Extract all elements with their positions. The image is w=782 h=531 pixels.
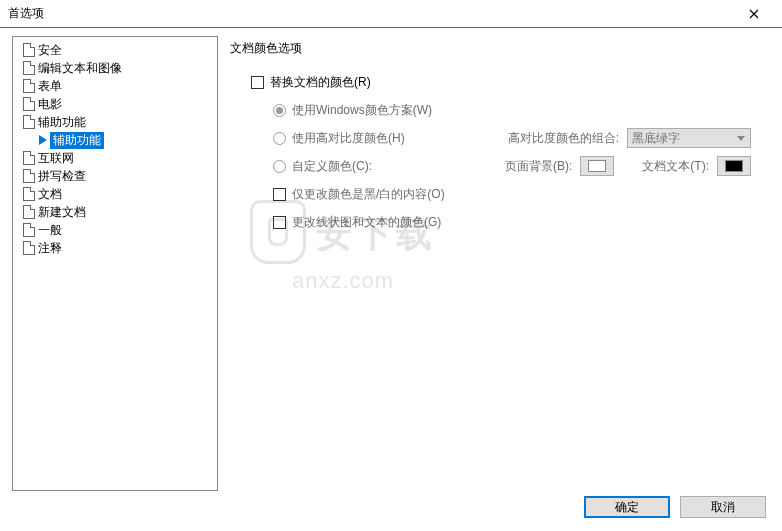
page-icon [23, 169, 35, 183]
replace-colors-row: 替换文档的颜色(R) [251, 70, 751, 94]
page-icon [23, 97, 35, 111]
page-bg-label: 页面背景(B): [505, 158, 572, 175]
sidebar-item-movies[interactable]: 电影 [15, 95, 215, 113]
page-icon [23, 43, 35, 57]
sidebar-item-edit-text-image[interactable]: 编辑文本和图像 [15, 59, 215, 77]
sidebar-item-label: 编辑文本和图像 [38, 60, 122, 77]
sidebar-item-label: 辅助功能 [38, 114, 86, 131]
sidebar-item-security[interactable]: 安全 [15, 41, 215, 59]
only-bw-checkbox[interactable] [273, 188, 286, 201]
sidebar-item-internet[interactable]: 互联网 [15, 149, 215, 167]
content-area: 安全 编辑文本和图像 表单 电影 辅助功能 辅助功能 互联网 拼写检查 文档 新… [0, 28, 782, 491]
windows-scheme-row: 使用Windows颜色方案(W) [251, 98, 751, 122]
sidebar-item-label: 安全 [38, 42, 62, 59]
page-icon [23, 223, 35, 237]
doc-text-swatch[interactable] [717, 156, 751, 176]
sidebar-item-spellcheck[interactable]: 拼写检查 [15, 167, 215, 185]
titlebar: 首选项 [0, 0, 782, 28]
high-contrast-radio[interactable] [273, 132, 286, 145]
group-title: 文档颜色选项 [230, 40, 762, 57]
document-color-options: 替换文档的颜色(R) 使用Windows颜色方案(W) 使用高对比度颜色(H) … [230, 65, 762, 249]
category-tree: 安全 编辑文本和图像 表单 电影 辅助功能 辅助功能 互联网 拼写检查 文档 新… [12, 36, 218, 491]
replace-colors-checkbox[interactable] [251, 76, 264, 89]
high-contrast-combo[interactable]: 黑底绿字 [627, 128, 751, 148]
sidebar-item-label: 辅助功能 [50, 132, 104, 149]
page-icon [23, 187, 35, 201]
high-contrast-row: 使用高对比度颜色(H) 高对比度颜色的组合: 黑底绿字 [251, 126, 751, 150]
arrow-right-icon [39, 135, 47, 145]
sidebar-item-label: 新建文档 [38, 204, 86, 221]
sidebar-item-label: 电影 [38, 96, 62, 113]
ok-label: 确定 [615, 499, 639, 516]
close-button[interactable] [734, 4, 774, 24]
custom-color-label: 自定义颜色(C): [292, 158, 372, 175]
change-lines-label: 更改线状图和文本的颜色(G) [292, 214, 441, 231]
sidebar-item-forms[interactable]: 表单 [15, 77, 215, 95]
change-lines-row: 更改线状图和文本的颜色(G) [251, 210, 751, 234]
sidebar-item-label: 拼写检查 [38, 168, 86, 185]
only-bw-row: 仅更改颜色是黑/白的内容(O) [251, 182, 751, 206]
high-contrast-label: 使用高对比度颜色(H) [292, 130, 405, 147]
page-icon [23, 61, 35, 75]
sidebar-item-label: 注释 [38, 240, 62, 257]
sidebar-item-label: 表单 [38, 78, 62, 95]
page-icon [23, 151, 35, 165]
sidebar-item-general[interactable]: 一般 [15, 221, 215, 239]
change-lines-checkbox[interactable] [273, 216, 286, 229]
color-swatch-black [725, 160, 743, 172]
sidebar-item-accessibility-sub[interactable]: 辅助功能 [15, 131, 215, 149]
sidebar-item-new-document[interactable]: 新建文档 [15, 203, 215, 221]
windows-scheme-radio[interactable] [273, 104, 286, 117]
sidebar-item-accessibility[interactable]: 辅助功能 [15, 113, 215, 131]
sidebar-item-label: 一般 [38, 222, 62, 239]
sidebar-item-comments[interactable]: 注释 [15, 239, 215, 257]
custom-color-radio[interactable] [273, 160, 286, 173]
sidebar-item-label: 文档 [38, 186, 62, 203]
ok-button[interactable]: 确定 [584, 496, 670, 518]
page-bg-swatch[interactable] [580, 156, 614, 176]
sidebar-item-label: 互联网 [38, 150, 74, 167]
replace-colors-label: 替换文档的颜色(R) [270, 74, 371, 91]
page-icon [23, 79, 35, 93]
page-icon [23, 205, 35, 219]
cancel-label: 取消 [711, 499, 735, 516]
combo-value: 黑底绿字 [632, 130, 680, 147]
close-icon [749, 9, 759, 19]
page-icon [23, 115, 35, 129]
color-swatch-white [588, 160, 606, 172]
doc-text-label: 文档文本(T): [642, 158, 709, 175]
sidebar-item-document[interactable]: 文档 [15, 185, 215, 203]
dialog-footer: 确定 取消 [0, 491, 782, 523]
cancel-button[interactable]: 取消 [680, 496, 766, 518]
page-icon [23, 241, 35, 255]
main-panel: 文档颜色选项 替换文档的颜色(R) 使用Windows颜色方案(W) 使用高对比… [230, 36, 770, 491]
window-title: 首选项 [8, 5, 734, 22]
high-contrast-combo-label: 高对比度颜色的组合: [508, 130, 619, 147]
windows-scheme-label: 使用Windows颜色方案(W) [292, 102, 432, 119]
custom-color-row: 自定义颜色(C): 页面背景(B): 文档文本(T): [251, 154, 751, 178]
only-bw-label: 仅更改颜色是黑/白的内容(O) [292, 186, 445, 203]
